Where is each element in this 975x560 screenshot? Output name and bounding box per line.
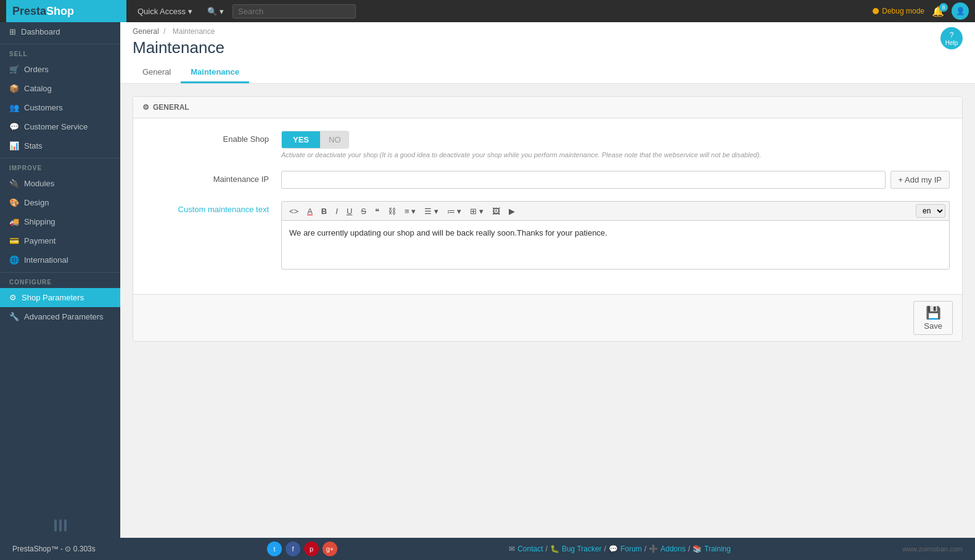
sidebar-item-payment[interactable]: 💳 Payment [0,231,120,250]
footer-copyright-text: www.zuimoban.com [902,545,963,553]
debug-dot-icon [873,8,879,14]
help-label: Help [945,39,958,46]
search-input[interactable] [232,4,356,19]
custom-maintenance-text-label: Custom maintenance text [146,201,269,214]
toggle-yes-button[interactable]: YES [282,131,320,148]
sidebar-item-international[interactable]: 🌐 International [0,250,120,270]
maintenance-ip-input[interactable] [281,171,886,189]
sidebar-item-catalog[interactable]: 📦 Catalog [0,79,120,98]
dashboard-icon: ⊞ [9,27,16,36]
google-plus-icon[interactable]: g+ [323,541,337,556]
sidebar-section-improve: IMPROVE [0,158,120,174]
sidebar-item-modules[interactable]: 🔌 Modules [0,174,120,193]
maintenance-ip-label: Maintenance IP [146,171,269,184]
sidebar-item-customers[interactable]: 👥 Customers [0,98,120,117]
payment-icon: 💳 [9,236,19,245]
sidebar-stats-label: Stats [24,141,43,150]
sidebar-item-orders[interactable]: 🛒 Orders [0,60,120,79]
sidebar-item-shop-parameters[interactable]: ⚙ Shop Parameters [0,288,120,307]
toolbar-align-button[interactable]: ≡ ▾ [401,205,419,218]
sidebar-item-dashboard[interactable]: ⊞ Dashboard [0,22,120,41]
quick-access-label: Quick Access [138,7,186,16]
custom-text-control: <> A B I U S ❝ ⛓ ≡ ▾ ☰ ▾ ≔ ▾ [281,201,950,270]
footer-forum-link[interactable]: Forum [620,545,642,553]
page-footer: PrestaShop™ - ⊙ 0.303s t f p g+ ✉ Contac… [0,538,975,560]
sidebar-payment-label: Payment [24,236,56,245]
editor-area[interactable]: We are currently updating our shop and w… [281,220,950,270]
footer-copyright: www.zuimoban.com [902,545,963,553]
lang-select[interactable]: en [916,204,945,218]
main-content: ⚙ GENERAL Enable Shop YES NO Activate or… [120,84,975,538]
sidebar: ⊞ Dashboard SELL 🛒 Orders 📦 Catalog 👥 Cu… [0,22,120,538]
breadcrumb: General / Maintenance [133,27,224,36]
toolbar-font-color-button[interactable]: A [303,205,316,218]
sidebar-item-customer-service[interactable]: 💬 Customer Service [0,117,120,136]
toolbar-video-button[interactable]: ▶ [505,205,519,218]
sidebar-dashboard-label: Dashboard [21,27,60,36]
quick-access-button[interactable]: Quick Access ▾ [131,4,199,19]
training-icon: 📚 [693,545,702,553]
toggle-no-button[interactable]: NO [320,131,349,148]
add-my-ip-button[interactable]: + Add my IP [891,171,950,189]
toolbar-blockquote-button[interactable]: ❝ [371,205,383,218]
sidebar-item-advanced-parameters[interactable]: 🔧 Advanced Parameters [0,307,120,326]
logo-area: PrestaShop [6,0,126,22]
enable-shop-label: Enable Shop [146,131,269,144]
twitter-icon[interactable]: t [267,541,282,556]
save-button[interactable]: 💾 Save [913,301,953,335]
card-header: ⚙ GENERAL [133,97,962,118]
toolbar-italic-button[interactable]: I [332,205,342,218]
sidebar-item-stats[interactable]: 📊 Stats [0,136,120,155]
footer-training-link[interactable]: Training [704,545,731,553]
footer-contact-link[interactable]: Contact [517,545,543,553]
editor-content: We are currently updating our shop and w… [289,228,607,237]
debug-mode: Debug mode [873,7,924,15]
avatar[interactable]: 👤 [952,2,969,20]
international-icon: 🌐 [9,255,19,265]
toolbar-list-ol-button[interactable]: ≔ ▾ [443,205,466,218]
gear-icon: ⚙ [142,103,149,112]
footer-bug-tracker-link[interactable]: Bug Tracker [562,545,602,553]
search-button[interactable]: 🔍 ▾ [201,4,230,19]
content-header: General / Maintenance Maintenance ? Help… [120,22,975,84]
debug-mode-label: Debug mode [882,7,924,15]
notifications-button[interactable]: 🔔 8 [932,6,944,17]
sidebar-shop-parameters-label: Shop Parameters [22,293,84,302]
toolbar-list-ul-button[interactable]: ☰ ▾ [421,205,442,218]
sidebar-advanced-parameters-label: Advanced Parameters [24,312,104,321]
main-layout: ⊞ Dashboard SELL 🛒 Orders 📦 Catalog 👥 Cu… [0,22,975,538]
footer-version: PrestaShop™ - ⊙ 0.303s [12,545,96,553]
toolbar-link-button[interactable]: ⛓ [384,205,400,218]
toolbar-code-button[interactable]: <> [286,205,302,218]
toolbar-strikethrough-button[interactable]: S [357,205,370,218]
toolbar-underline-button[interactable]: U [343,205,356,218]
footer-addons-link[interactable]: Addons [660,545,686,553]
nav-items: Quick Access ▾ 🔍 ▾ [126,4,873,19]
pinterest-icon[interactable]: p [304,541,319,556]
toolbar-image-button[interactable]: 🖼 [488,205,504,218]
sidebar-international-label: International [24,255,68,265]
maintenance-ip-row: Maintenance IP + Add my IP [146,171,950,189]
tab-general[interactable]: General [133,62,181,83]
save-icon: 💾 [926,305,941,320]
toolbar-bold-button[interactable]: B [318,205,331,218]
card-body: Enable Shop YES NO Activate or deactivat… [133,118,962,294]
card-header-label: GENERAL [153,103,189,112]
ip-row: + Add my IP [281,171,950,189]
sidebar-item-shipping[interactable]: 🚚 Shipping [0,212,120,231]
top-navigation: PrestaShop Quick Access ▾ 🔍 ▾ Debug mode… [0,0,975,22]
toggle-group: YES NO [281,131,349,149]
toolbar-table-button[interactable]: ⊞ ▾ [466,205,487,218]
facebook-icon[interactable]: f [286,541,300,556]
search-dropdown-icon: ▾ [220,7,224,16]
enable-shop-control: YES NO Activate or deactivate your shop … [281,131,950,159]
footer-links: ✉ Contact / 🐛 Bug Tracker / 💬 Forum / ➕ … [509,545,731,553]
enable-shop-row: Enable Shop YES NO Activate or deactivat… [146,131,950,159]
help-button[interactable]: ? Help [940,27,963,49]
design-icon: 🎨 [9,198,19,207]
catalog-icon: 📦 [9,84,19,93]
shop-parameters-icon: ⚙ [9,293,17,302]
breadcrumb-parent[interactable]: General [133,27,159,36]
tab-maintenance[interactable]: Maintenance [181,62,249,83]
sidebar-item-design[interactable]: 🎨 Design [0,193,120,212]
